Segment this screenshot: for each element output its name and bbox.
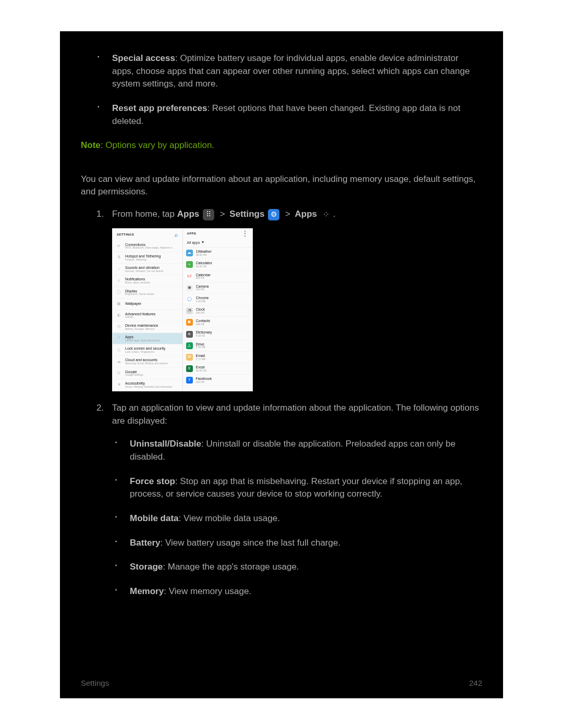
app-icon: ◉: [186, 285, 193, 291]
apps-header: APPS ⋮: [183, 229, 253, 239]
apps-label: Apps: [295, 209, 317, 219]
option-text: : View memory usage.: [164, 586, 251, 596]
row-subtitle: Samsung Cloud, Backup and restore: [125, 362, 168, 365]
steps-list: 1. From home, tap Apps ⠿ > Settings ⚙ > …: [81, 208, 482, 598]
bullet-label: Reset app preferences: [112, 103, 207, 113]
search-icon[interactable]: ⌕: [175, 232, 178, 238]
bullet-reset-app-prefs: Reset app preferences: Reset options tha…: [112, 102, 482, 128]
app-size: 236 KB: [196, 323, 211, 326]
step-text: Tap an application to view and update in…: [112, 403, 479, 426]
settings-row[interactable]: △Lock screen and securityLock screen, Fi…: [113, 344, 182, 356]
row-icon: ♪: [116, 266, 122, 273]
apps-filter[interactable]: All apps ▾: [183, 238, 253, 248]
app-row[interactable]: ◙Contacts236 KB: [183, 317, 253, 328]
settings-label: Settings: [229, 209, 264, 219]
app-row[interactable]: aDictionary8.00 KB: [183, 328, 253, 340]
apps-circles-icon: ⁘: [321, 209, 332, 220]
settings-row[interactable]: ◎Device maintenanceBattery, Storage, Mem…: [113, 322, 182, 333]
app-row[interactable]: fFacebook104 KB: [183, 375, 253, 386]
settings-row[interactable]: ★AccessibilityVision, Hearing, Dexterity…: [113, 379, 182, 391]
step-1: 1. From home, tap Apps ⠿ > Settings ⚙ > …: [112, 208, 482, 391]
more-icon[interactable]: ⋮: [242, 232, 248, 235]
row-icon: ★: [116, 381, 122, 388]
row-subtitle: Block, allow, prioritize: [125, 281, 150, 285]
app-row[interactable]: ◉Camera160 KB: [183, 282, 253, 294]
settings-row[interactable]: ◐Advanced featuresGames: [113, 310, 182, 322]
settings-row[interactable]: ▢DisplayBrightness, Home screen: [113, 287, 182, 299]
option-label: Force stop: [130, 476, 175, 486]
page-footer: Settings 242: [81, 677, 482, 689]
app-row[interactable]: 12Calendar260 KB: [183, 271, 253, 282]
step-number: 2.: [96, 402, 104, 415]
app-icon: a: [186, 331, 193, 338]
app-row[interactable]: △Drive2.00 MB: [183, 340, 253, 352]
option-battery: Battery: View battery usage since the la…: [130, 537, 482, 550]
app-title: Email: [196, 354, 206, 358]
option-force-stop: Force stop: Stop an app that is misbehav…: [130, 475, 482, 501]
settings-row[interactable]: ⌯ConnectionsWi-Fi, Bluetooth, Data usage…: [113, 241, 182, 252]
app-icon: X: [186, 365, 193, 372]
app-row[interactable]: XExcel48.00 KB: [183, 363, 253, 375]
row-subtitle: Brightness, Home screen: [125, 293, 154, 296]
settings-row[interactable]: ≡NotificationsBlock, allow, prioritize: [113, 275, 182, 287]
row-subtitle: Games: [125, 316, 155, 319]
row-icon: ☁: [116, 359, 122, 365]
settings-row[interactable]: GGoogleGoogle settings: [113, 368, 182, 379]
option-text: : View battery usage since the last full…: [161, 538, 341, 548]
page-content: Special access: Optimize battery usage f…: [60, 31, 503, 698]
app-size: 1.71 MB: [196, 358, 206, 361]
row-subtitle: Battery, Storage, Memory: [125, 328, 158, 331]
app-row[interactable]: +Calculator16.00 KB: [183, 259, 253, 270]
app-row[interactable]: ◔Clock240 KB: [183, 305, 253, 317]
option-label: Battery: [130, 538, 161, 548]
settings-row[interactable]: ▣Wallpaper: [113, 299, 182, 310]
note-text: : Options vary by application.: [101, 140, 214, 150]
option-text: : View mobile data usage.: [179, 513, 280, 523]
option-label: Memory: [130, 586, 164, 596]
row-title: Sounds and vibration: [125, 266, 163, 270]
row-icon: ▣: [116, 301, 122, 307]
option-label: Uninstall/Disable: [130, 439, 201, 449]
apps-grid-icon: ⠿: [203, 209, 214, 220]
row-title: Hotspot and Tethering: [125, 254, 161, 258]
app-row[interactable]: ✉Email1.71 MB: [183, 352, 253, 363]
app-icon: f: [186, 377, 193, 384]
apps-header-title: APPS: [187, 232, 197, 236]
app-size: 16.00 KB: [196, 265, 213, 268]
app-size: 2.20 MB: [196, 300, 209, 303]
top-bullet-list: Special access: Optimize battery usage f…: [81, 52, 482, 128]
app-title: Excel: [196, 365, 207, 369]
row-subtitle: Sounds, Vibration, Do not disturb: [125, 270, 163, 273]
app-icon: ◯: [186, 296, 193, 303]
app-size: 48.00 KB: [196, 369, 207, 373]
app-size: 160 KB: [196, 288, 209, 291]
row-title: Lock screen and security: [125, 347, 165, 351]
row-title: Apps: [125, 335, 161, 339]
option-memory: Memory: View memory usage.: [130, 585, 482, 598]
row-icon: ◐: [116, 312, 122, 319]
app-title: Facebook: [196, 377, 212, 381]
settings-row[interactable]: ⠿AppsDefault apps, App permissions: [113, 333, 182, 344]
app-title: Dictionary: [196, 330, 212, 335]
settings-row[interactable]: ♪Sounds and vibrationSounds, Vibration, …: [113, 264, 182, 275]
app-size: 2.00 MB: [196, 346, 206, 349]
row-icon: ≡: [116, 277, 122, 284]
app-icon: ◙: [186, 319, 193, 326]
app-title: Contacts: [196, 319, 211, 323]
app-size: 104 KB: [196, 381, 212, 384]
app-title: Calendar: [196, 273, 211, 277]
row-title: Notifications: [125, 277, 150, 281]
app-row[interactable]: ☁1Weather48.00 KB: [183, 248, 253, 259]
settings-row[interactable]: ⇅Hotspot and TetheringHotspot, Tethering: [113, 252, 182, 264]
row-icon: ⌯: [116, 243, 122, 250]
settings-row[interactable]: ☁Cloud and accountsSamsung Cloud, Backup…: [113, 356, 182, 367]
app-icon: ☁: [186, 250, 193, 256]
row-icon: ▢: [116, 289, 122, 296]
step-text: From home, tap Apps ⠿ > Settings ⚙ > App…: [112, 209, 336, 219]
chevron-icon: >: [220, 209, 225, 219]
settings-header-title: SETTINGS: [117, 233, 134, 237]
row-subtitle: Wi-Fi, Bluetooth, Data usage, Airplane m…: [125, 246, 175, 250]
app-title: Calculator: [196, 261, 213, 265]
option-label: Mobile data: [130, 513, 179, 523]
app-row[interactable]: ◯Chrome2.20 MB: [183, 294, 253, 305]
